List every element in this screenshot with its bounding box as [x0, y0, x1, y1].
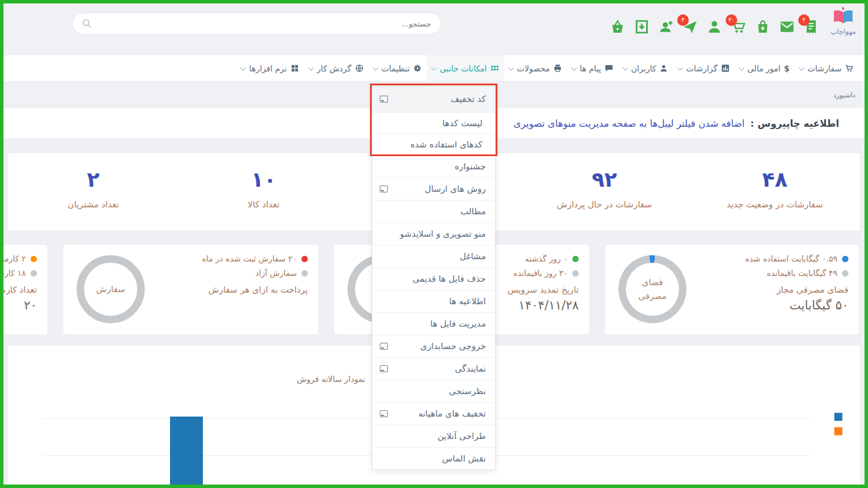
legend-item: سفارش آزاد: [74, 268, 308, 278]
stat-product-count: ۱۰ تعداد کالا: [179, 153, 349, 230]
cart-icon: [845, 64, 854, 73]
nav-reports[interactable]: گزارشات: [673, 55, 734, 81]
basket-icon[interactable]: [610, 19, 625, 35]
chevron-down-icon: [571, 65, 577, 71]
nav-finance[interactable]: $ امور مالی: [735, 55, 795, 81]
nav-label: محصولات: [517, 64, 550, 73]
chevron-down-icon: [372, 65, 378, 71]
user-icon[interactable]: [707, 19, 722, 35]
nav-label: گزارشات: [686, 64, 717, 73]
chevron-down-icon: [431, 65, 437, 71]
receipt-icon[interactable]: ۴: [803, 19, 819, 35]
menu-item-discount-code[interactable]: کد تخفیف: [372, 86, 495, 112]
cart-badge: ۳۰: [726, 14, 737, 26]
menu-label: اطلاعیه ها: [449, 296, 486, 307]
legend-text: ۴۹ گیگابایت باقیمانده: [767, 268, 837, 278]
menu-item-monthly-discounts[interactable]: تخفیف های ماهیانه: [372, 402, 495, 425]
nav-label: کاربران: [631, 64, 656, 73]
nav-products[interactable]: محصولات: [504, 55, 567, 81]
legend-square-orange[interactable]: [834, 427, 843, 436]
menu-item-agency[interactable]: نمایندگی: [372, 357, 495, 380]
nav-orders[interactable]: سفارشات: [795, 55, 859, 81]
menu-label: مدیریت فایل ها: [430, 319, 486, 329]
legend-dot-orange: [31, 256, 37, 262]
menu-label: جشنواره: [455, 161, 486, 172]
stat-value: ۹۲: [519, 168, 690, 191]
menu-item-festival[interactable]: جشنواره: [372, 155, 495, 177]
app-logo[interactable]: مهواچاپ: [824, 6, 862, 36]
nav-settings[interactable]: تنظیمات: [369, 55, 427, 81]
menu-label: روش های ارسال: [425, 184, 486, 194]
menu-item-code-list[interactable]: لیست کدها: [372, 112, 495, 134]
menu-label: نظرسنجی: [449, 386, 486, 396]
legend-text: ۱۸ کارمند: [0, 268, 26, 278]
menu-item-visual-menu-slideshow[interactable]: منو تصویری و اسلایدشو: [372, 222, 495, 245]
search-input[interactable]: [92, 20, 431, 28]
window-icon: [380, 410, 388, 417]
legend-dot-gray: [301, 270, 308, 277]
announcement-link[interactable]: اضافه شدن فیلتر لیبل‌ها به صفحه مدیریت م…: [514, 118, 745, 129]
donut-label: سفارش: [90, 282, 131, 296]
add-users-icon[interactable]: [658, 19, 674, 35]
menu-item-delete-old-files[interactable]: حذف فایل ها قدیمی: [372, 267, 495, 290]
chat-icon: [605, 64, 613, 73]
nav-messages[interactable]: پیام ها: [567, 55, 618, 81]
menu-item-diamond-role[interactable]: نقش الماس: [372, 447, 495, 470]
nav-users[interactable]: کاربران: [618, 55, 673, 81]
stat-customer-count: ۲ تعداد مشتریان: [8, 153, 179, 230]
stat-label: سفارشات در حال پردازش: [519, 199, 690, 210]
nav-software[interactable]: نرم افزارها: [236, 55, 304, 81]
card-footer-value: ۲۰: [0, 298, 37, 312]
search-box[interactable]: [72, 13, 441, 35]
legend-item: ۲ کارمند ث: [0, 254, 37, 263]
legend-square-blue[interactable]: [834, 413, 843, 421]
printer-icon: [553, 64, 562, 73]
menu-label: کدهای استفاده شده: [410, 139, 482, 150]
nav-label: گردش کار: [317, 64, 352, 73]
grid-icon: [490, 64, 499, 73]
donut-label: فضای مصرفی: [632, 275, 673, 303]
globe-icon: [355, 64, 364, 73]
menu-item-used-codes[interactable]: کدهای استفاده شده: [372, 134, 495, 155]
legend-dot-gray: [572, 270, 579, 277]
legend-item: ۱۸ کارمند: [0, 268, 37, 278]
menu-item-announcements[interactable]: اطلاعیه ها: [372, 290, 495, 312]
stat-value: ۱۰: [179, 168, 349, 191]
menu-label: مشاغل: [460, 251, 486, 262]
cart-icon[interactable]: ۳۰: [731, 19, 746, 35]
main-nav: سفارشات $ امور مالی گزارشات کاربران پیام…: [3, 55, 865, 82]
legend-text: سفارش آزاد: [255, 268, 297, 278]
stat-label: تعداد مشتریان: [8, 199, 179, 210]
menu-label: خروجی حسابداری: [420, 341, 486, 351]
chevron-down-icon: [508, 65, 514, 71]
mail-icon[interactable]: [779, 19, 795, 35]
nav-workflow[interactable]: گردش کار: [304, 55, 369, 81]
menu-item-jobs[interactable]: مشاغل: [372, 245, 495, 267]
legend-dot-blue: [842, 256, 848, 262]
nav-side-features[interactable]: امکانات جانبی: [427, 55, 504, 81]
card-footer-label: تعداد کارمند: [0, 285, 37, 295]
nav-label: امور مالی: [748, 64, 781, 73]
receipt-badge: ۴: [798, 14, 810, 26]
menu-item-file-management[interactable]: مدیریت فایل ها: [372, 312, 495, 335]
legend-text: ۰.۵۹ گیگابایت استفاده شده: [745, 254, 837, 263]
stat-value: ۴۸: [689, 168, 860, 191]
nav-label: امکانات جانبی: [440, 64, 487, 73]
menu-label: نقش الماس: [442, 453, 486, 464]
chevron-down-icon: [240, 65, 246, 71]
orders-card: سفارش ۲۰ سفارش ثبت شده در ماه سفارش آزاد…: [63, 245, 318, 334]
download-tray-icon[interactable]: [634, 19, 650, 35]
book-logo-icon: [830, 6, 856, 27]
menu-item-online-design[interactable]: طراحی آنلاین: [372, 425, 495, 447]
window-icon: [380, 96, 388, 103]
menu-label: مطالب: [461, 206, 486, 217]
menu-label: منو تصویری و اسلایدشو: [400, 229, 486, 239]
stat-label: تعداد کالا: [179, 199, 349, 210]
menu-item-content[interactable]: مطالب: [372, 200, 495, 222]
bag-download-icon[interactable]: [755, 19, 771, 35]
menu-item-accounting-export[interactable]: خروجی حسابداری: [372, 335, 495, 357]
send-icon[interactable]: ۳: [682, 19, 698, 35]
chart-title: نمودار سالانه فروش: [297, 374, 365, 384]
menu-item-survey[interactable]: نظرسنجی: [372, 380, 495, 402]
menu-item-shipping-methods[interactable]: روش های ارسال: [372, 177, 495, 200]
